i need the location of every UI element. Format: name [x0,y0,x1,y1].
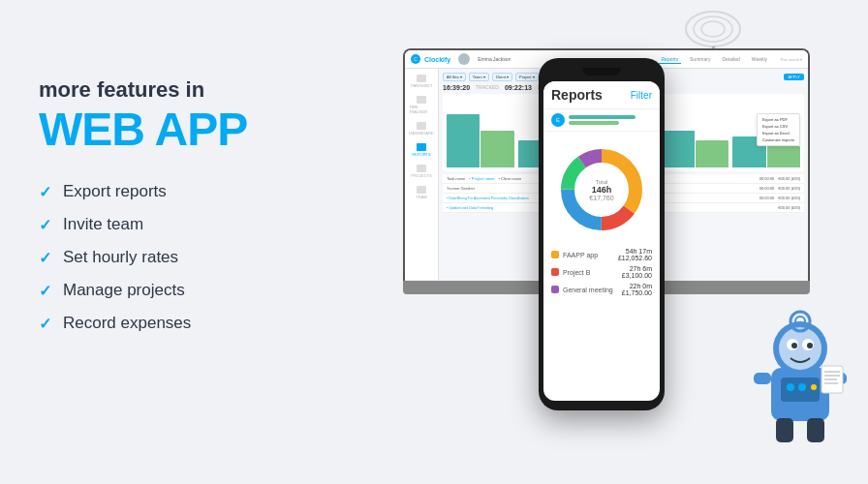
legend-hours-3: 22h 0m [622,283,652,289]
table-client: • Client name [498,176,521,181]
sidebar-item-reports[interactable]: REPORTS [407,141,436,159]
team-icon [417,186,426,194]
sidebar-item-team[interactable]: TEAM [407,184,436,201]
legend-dot-1 [551,251,559,258]
user-avatar: E [551,113,565,127]
feature-text-rates: Set hourly rates [63,248,178,267]
phone-title: Reports [551,87,603,103]
phone-header: Reports Filter [543,81,660,109]
svg-point-33 [798,383,806,391]
checkmark-icon-5: ✓ [39,315,51,333]
app-nav-tabs: Reports Summary Detailed Weekly [659,55,771,64]
toolbar-client[interactable]: Client ▾ [492,73,512,81]
table-project: • Project name [469,176,494,181]
main-title: WEB APP [39,106,329,153]
svg-rect-25 [807,418,824,442]
sidebar-item-timesheet[interactable]: TIMESHEET [407,73,436,90]
legend-label-2: Project B [563,269,618,276]
phone-notch [582,68,621,76]
sidebar-item-projects[interactable]: PROJECTS [407,163,436,180]
feature-text-projects: Manage projects [63,281,185,300]
robot-svg [752,310,849,455]
phone: Reports Filter E [539,58,665,410]
feature-text-invite: Invite team [63,215,143,234]
legend-dot-3 [551,286,559,293]
time-tracked: 16:39:20 [443,84,470,91]
feature-export: ✓ Export reports [39,182,329,201]
timesheet-icon [417,75,426,82]
svg-point-17 [791,343,797,348]
table-project-link2[interactable]: • Updated and Data Formatting [447,206,493,210]
feature-text-export: Export reports [63,182,167,201]
phone-user-row: E [543,109,660,132]
legend-values-2: 27h 6m £3,100.00 [622,265,652,279]
table-amt4: €00.00 (£00) [778,205,800,210]
feature-invite: ✓ Invite team [39,215,329,234]
table-project-link[interactable]: • Data Mining For Automated Personality … [447,197,529,200]
devices-area: C Clockify Emma Jackson Reports Summary … [287,0,868,484]
legend-item-1: FAAPP app 54h 17m £12,052.60 [551,248,652,261]
features-list: ✓ Export reports ✓ Invite team ✓ Set hou… [39,182,329,333]
legend-label-1: FAAPP app [563,252,614,258]
checkmark-icon: ✓ [39,183,51,201]
user-bar-secondary [569,121,619,125]
donut-label: Total 146h €17,760 [589,179,613,201]
legend-item-3: General meeting 22h 0m £1,750.00 [551,283,652,296]
tab-weekly[interactable]: Weekly [749,55,770,64]
svg-rect-24 [776,418,793,442]
legend-amount-1: £12,052.60 [618,255,652,261]
sidebar-item-tracker[interactable]: TIME TRACKER [407,94,436,116]
phone-app: Reports Filter E [543,81,660,401]
export-csv[interactable]: Export as CSV [760,123,797,130]
left-panel: more features in WEB APP ✓ Export report… [39,77,329,333]
bar-fri-green [767,146,800,167]
table-duration: 00:00:00 [760,176,775,181]
dashboard-icon [417,122,426,130]
app-logo-icon: C [411,54,420,64]
table-dur2: 00:00:00 [760,186,775,191]
projects-icon [417,165,426,172]
tracker-icon [417,96,426,104]
svg-point-14 [779,327,822,370]
feature-projects: ✓ Manage projects [39,281,329,300]
bar-thu-teal [661,131,694,167]
user-bars [569,115,652,125]
tab-summary[interactable]: Summary [687,55,713,64]
app-logo: Clockify [424,56,450,63]
legend-amount-3: £1,750.00 [622,289,652,296]
donut-chart-area: Total 146h €17,760 [543,132,660,248]
feature-rates: ✓ Set hourly rates [39,248,329,267]
apply-button[interactable]: APPLY [784,74,804,80]
table-dur3: 00:00:00 [760,196,775,200]
legend-dot-2 [551,268,559,276]
filter-button[interactable]: Filter [631,90,652,101]
customize-exports[interactable]: Customize exports [760,136,797,143]
legend-hours-1: 54h 17m [618,248,652,255]
svg-point-34 [811,384,817,390]
table-amt3: €00.00 (£00) [778,196,800,200]
feature-expenses: ✓ Record expenses [39,314,329,333]
legend-amount-2: £3,100.00 [622,272,652,279]
user-bar-primary [569,115,636,119]
phone-frame: Reports Filter E [539,58,665,410]
table-user: Yvonne Gardner [447,186,475,191]
toolbar-project[interactable]: Project ▾ [515,73,539,81]
app-sidebar: TIMESHEET TIME TRACKER DASHBOARD RE [405,69,439,280]
table-amt2: €00.00 (£00) [778,186,800,191]
export-excel[interactable]: Export as Excel [760,130,797,136]
tab-detailed[interactable]: Detailed [719,55,742,64]
toolbar-team[interactable]: Team ▾ [469,73,489,81]
legend-values-3: 22h 0m £1,750.00 [622,283,652,296]
bar-mon-teal [447,114,480,167]
feature-text-expenses: Record expenses [63,314,191,333]
toolbar-allfiles[interactable]: All files ▾ [443,73,466,81]
legend-list: FAAPP app 54h 17m £12,052.60 Project B 2… [543,248,660,296]
sidebar-item-dashboard[interactable]: DASHBOARD [407,120,436,137]
donut-amount: €17,760 [589,195,613,201]
legend-label-3: General meeting [563,287,618,293]
legend-values-1: 54h 17m £12,052.60 [618,248,652,261]
bar-mon [447,114,514,167]
export-pdf[interactable]: Export as PDF [760,116,797,123]
donut-hours: 146h [589,185,613,195]
svg-point-32 [787,383,794,391]
